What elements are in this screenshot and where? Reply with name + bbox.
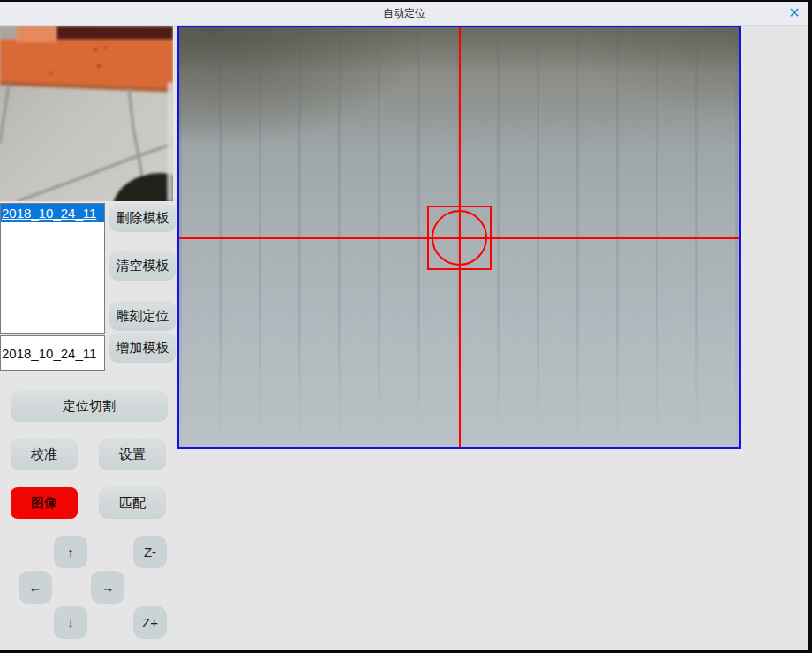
match-button[interactable]: 匹配 xyxy=(99,487,166,519)
add-template-button[interactable]: 增加模板 xyxy=(109,333,176,363)
jog-up-button[interactable]: ↑ xyxy=(54,536,87,568)
clear-templates-button[interactable]: 清空模板 xyxy=(109,251,176,281)
template-list-item[interactable]: 2018_10_24_11 xyxy=(1,204,104,222)
position-cut-button[interactable]: 定位切割 xyxy=(11,391,168,422)
jog-down-button[interactable]: ↓ xyxy=(54,606,87,639)
window-border-top xyxy=(0,0,812,2)
title-bar: 自动定位 xyxy=(0,2,808,26)
jog-right-button[interactable]: → xyxy=(91,571,124,604)
thumbnail-image xyxy=(0,26,173,201)
camera-view[interactable] xyxy=(177,26,741,449)
target-circle-overlay xyxy=(432,210,487,266)
dialog-title: 自动定位 xyxy=(0,2,808,26)
settings-button[interactable]: 设置 xyxy=(99,439,166,470)
jog-z-minus-button[interactable]: Z- xyxy=(133,536,167,568)
jog-z-plus-button[interactable]: Z+ xyxy=(133,606,167,639)
delete-template-button[interactable]: 删除模板 xyxy=(109,204,176,232)
close-icon[interactable]: ✕ xyxy=(784,4,805,22)
window-border-right xyxy=(808,0,812,653)
auto-position-dialog: 自动定位 ✕ xyxy=(0,0,812,653)
template-name-input[interactable] xyxy=(0,335,105,371)
engrave-position-button[interactable]: 雕刻定位 xyxy=(109,301,176,331)
template-list: 2018_10_24_11 xyxy=(0,203,105,334)
image-button-active[interactable]: 图像 xyxy=(11,487,78,519)
calibrate-button[interactable]: 校准 xyxy=(11,439,78,470)
jog-left-button[interactable]: ← xyxy=(19,571,52,604)
template-thumbnail-preview xyxy=(0,26,173,201)
